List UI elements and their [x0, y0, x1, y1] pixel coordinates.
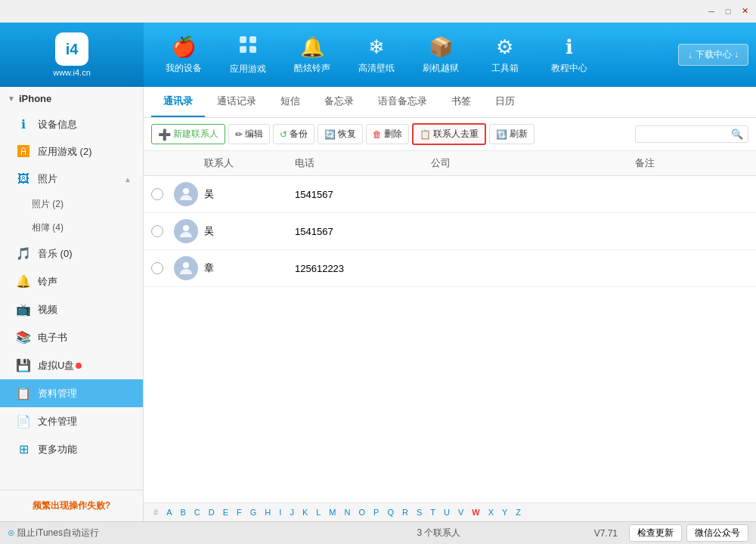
- check-update-button[interactable]: 检查更新: [629, 524, 682, 542]
- alpha-hash[interactable]: #: [151, 507, 160, 518]
- nav-tutorials[interactable]: ℹ 教程中心: [537, 23, 601, 87]
- sidebar-item-file-mgmt[interactable]: 📄 文件管理: [0, 407, 143, 435]
- sidebar-item-video[interactable]: 📺 视频: [0, 295, 143, 323]
- alpha-F[interactable]: F: [234, 507, 244, 518]
- plus-icon: ➕: [158, 128, 171, 141]
- tab-calendar[interactable]: 日历: [483, 87, 527, 117]
- nav-my-device[interactable]: 🍎 我的设备: [151, 23, 215, 87]
- alpha-C[interactable]: C: [192, 507, 203, 518]
- alpha-K[interactable]: K: [300, 507, 310, 518]
- tab-call-log[interactable]: 通话记录: [205, 87, 268, 117]
- sidebar-item-ebooks[interactable]: 📚 电子书: [0, 323, 143, 351]
- delete-button[interactable]: 🗑 删除: [366, 124, 409, 144]
- backup-button[interactable]: ↺ 备份: [273, 124, 314, 144]
- tab-bar: 通讯录 通话记录 短信 备忘录 语音备忘录 书签 日历: [144, 87, 756, 118]
- alpha-B[interactable]: B: [178, 507, 187, 518]
- status-bar: ⊙ 阻止iTunes自动运行 3 个联系人 V7.71 检查更新 微信公众号: [0, 521, 756, 544]
- sidebar-item-ringtones[interactable]: 🔔 铃声: [0, 267, 143, 295]
- restore-button[interactable]: 🔄 恢复: [318, 124, 363, 144]
- svg-point-6: [183, 262, 189, 268]
- bell-icon: 🔔: [300, 36, 324, 59]
- refresh-button[interactable]: 🔃 刷新: [489, 124, 534, 144]
- minimize-button[interactable]: ─: [704, 4, 719, 19]
- alpha-I[interactable]: I: [277, 507, 284, 518]
- tab-notes[interactable]: 备忘录: [312, 87, 366, 117]
- sidebar-item-device-info[interactable]: ℹ 设备信息: [0, 110, 143, 138]
- nav-wallpaper[interactable]: ❄ 高清壁纸: [344, 23, 408, 87]
- sidebar-item-more[interactable]: ⊞ 更多功能: [0, 435, 143, 463]
- file-mgmt-icon: 📄: [15, 414, 32, 428]
- table-row[interactable]: 吴 1541567: [144, 213, 756, 250]
- avatar-1: [174, 182, 198, 206]
- alpha-L[interactable]: L: [314, 507, 323, 518]
- apple-icon: 🍎: [172, 36, 196, 59]
- info-icon: ℹ: [565, 36, 573, 59]
- alpha-Z[interactable]: Z: [513, 507, 523, 518]
- alpha-Q[interactable]: Q: [385, 507, 396, 518]
- tab-contacts[interactable]: 通讯录: [151, 87, 205, 117]
- sidebar-item-photos[interactable]: 🖼 照片 ▲: [0, 165, 143, 193]
- search-input[interactable]: [640, 129, 731, 140]
- tab-bookmarks[interactable]: 书签: [439, 87, 483, 117]
- sidebar-item-music[interactable]: 🎵 音乐 (0): [0, 240, 143, 267]
- trouble-link[interactable]: 频繁出现操作失败?: [9, 499, 134, 512]
- nav-toolbox[interactable]: ⚙ 工具箱: [472, 23, 537, 87]
- row-checkbox-3[interactable]: [151, 262, 163, 274]
- alpha-X[interactable]: X: [486, 507, 496, 518]
- row-checkbox-1[interactable]: [151, 188, 163, 200]
- alpha-W[interactable]: W: [469, 507, 482, 518]
- tab-sms[interactable]: 短信: [268, 87, 312, 117]
- nav-ringtones[interactable]: 🔔 酷炫铃声: [280, 23, 344, 87]
- itunes-notice: ⊙ 阻止iTunes自动运行: [8, 527, 99, 538]
- alpha-G[interactable]: G: [248, 507, 259, 518]
- alpha-R[interactable]: R: [400, 507, 411, 518]
- search-box: 🔍: [635, 125, 748, 143]
- sidebar-item-udisk[interactable]: 💾 虚拟U盘: [0, 351, 143, 379]
- logo-url: www.i4.cn: [53, 68, 91, 77]
- edit-button[interactable]: ✏ 编辑: [228, 124, 270, 144]
- new-contact-button[interactable]: ➕ 新建联系人: [151, 124, 225, 144]
- alpha-A[interactable]: A: [164, 507, 174, 518]
- title-bar: ─ □ ✕: [0, 0, 756, 23]
- table-row[interactable]: 吴 1541567: [144, 176, 756, 213]
- apps-grid-icon: 🅰: [15, 145, 32, 159]
- sidebar-sub-albums[interactable]: 相簿 (4): [0, 216, 143, 240]
- alpha-T[interactable]: T: [428, 507, 438, 518]
- alpha-S[interactable]: S: [414, 507, 424, 518]
- video-icon: 📺: [15, 302, 32, 317]
- contact-phone-3: 125612223: [295, 263, 431, 274]
- dedup-button[interactable]: 📋 联系人去重: [412, 123, 486, 145]
- nav-jailbreak[interactable]: 📦 刷机越狱: [408, 23, 472, 87]
- wechat-button[interactable]: 微信公众号: [686, 524, 748, 542]
- toolbar: ➕ 新建联系人 ✏ 编辑 ↺ 备份 🔄 恢复 🗑 删除 📋 联系人去重: [144, 118, 756, 151]
- more-icon: ⊞: [15, 442, 32, 456]
- alpha-D[interactable]: D: [206, 507, 217, 518]
- download-icon: ↓: [688, 50, 692, 60]
- svg-rect-0: [240, 36, 246, 43]
- alpha-Y[interactable]: Y: [500, 507, 510, 518]
- itunes-icon: ⊙: [8, 527, 15, 538]
- alpha-H[interactable]: H: [262, 507, 273, 518]
- col-header-phone: 电话: [295, 156, 431, 170]
- sidebar-item-apps[interactable]: 🅰 应用游戏 (2): [0, 138, 143, 165]
- delete-icon: 🗑: [373, 129, 382, 140]
- alpha-P[interactable]: P: [371, 507, 381, 518]
- row-checkbox-2[interactable]: [151, 225, 163, 237]
- sidebar-item-data-mgmt[interactable]: 📋 资料管理: [0, 379, 143, 407]
- nav-apps[interactable]: 应用游戏: [215, 23, 280, 87]
- table-row[interactable]: 章 125612223: [144, 250, 756, 287]
- edit-icon: ✏: [235, 129, 243, 140]
- alpha-U[interactable]: U: [442, 507, 452, 518]
- nav-right: ↓ 下载中心 ↓: [678, 44, 748, 66]
- alpha-J[interactable]: J: [287, 507, 296, 518]
- sidebar-sub-photos[interactable]: 照片 (2): [0, 193, 143, 216]
- alpha-N[interactable]: N: [342, 507, 353, 518]
- alpha-M[interactable]: M: [327, 507, 338, 518]
- tab-voice-notes[interactable]: 语音备忘录: [366, 87, 439, 117]
- alpha-O[interactable]: O: [356, 507, 367, 518]
- alpha-V[interactable]: V: [456, 507, 466, 518]
- alpha-E[interactable]: E: [221, 507, 231, 518]
- maximize-button[interactable]: □: [720, 4, 736, 19]
- download-button[interactable]: ↓ 下载中心 ↓: [678, 44, 748, 66]
- close-button[interactable]: ✕: [737, 4, 752, 19]
